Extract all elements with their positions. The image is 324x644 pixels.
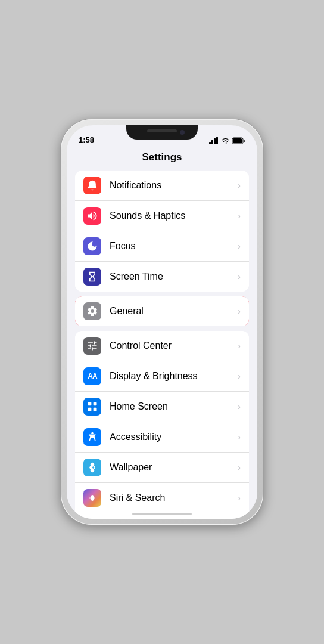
notifications-label: Notifications (110, 180, 235, 191)
speaker-icon (86, 210, 98, 222)
battery-icon (232, 137, 245, 144)
screentime-label: Screen Time (110, 271, 235, 282)
wallpaper-chevron: › (238, 463, 241, 472)
focus-chevron: › (238, 242, 241, 251)
hourglass-icon (86, 271, 98, 283)
controlcenter-chevron: › (238, 341, 241, 351)
sidebar-item-display[interactable]: AA Display & Brightness › (75, 361, 249, 392)
accessibility-icon (86, 431, 98, 443)
display-chevron: › (238, 371, 241, 381)
sidebar-item-sounds[interactable]: Sounds & Haptics › (75, 201, 249, 231)
phone-screen: 1:58 (67, 125, 257, 519)
svg-rect-9 (94, 408, 97, 411)
sounds-icon-wrap (83, 207, 101, 225)
accessibility-icon-wrap (83, 428, 101, 446)
aa-icon: AA (88, 372, 96, 380)
sidebar-item-general[interactable]: General › (75, 296, 249, 326)
svg-rect-2 (214, 138, 216, 144)
home-indicator (132, 513, 192, 515)
controlcenter-label: Control Center (110, 340, 235, 351)
screentime-icon-wrap (83, 268, 101, 286)
svg-point-10 (91, 432, 93, 434)
focus-icon-wrap (83, 237, 101, 255)
sidebar-item-notifications[interactable]: Notifications › (75, 171, 249, 201)
svg-rect-0 (209, 142, 211, 144)
speaker (147, 129, 177, 132)
notch (126, 125, 198, 140)
wifi-icon (221, 137, 230, 144)
sounds-label: Sounds & Haptics (110, 210, 235, 221)
siri-icon (86, 492, 98, 504)
general-label: General (110, 306, 235, 317)
general-chevron: › (238, 306, 241, 316)
general-icon-wrap (83, 302, 101, 320)
svg-point-12 (89, 497, 95, 500)
sidebar-item-focus[interactable]: Focus › (75, 231, 249, 262)
accessibility-chevron: › (238, 432, 241, 442)
sounds-chevron: › (238, 211, 241, 221)
status-time: 1:58 (79, 135, 94, 144)
moon-icon (86, 240, 98, 252)
settings-group-1: Notifications › Sounds & Haptics › (75, 171, 249, 292)
sliders-icon (86, 340, 98, 352)
svg-rect-3 (216, 137, 218, 144)
signal-icon (209, 137, 219, 144)
status-icons (209, 137, 245, 144)
sidebar-item-homescreen[interactable]: Home Screen › (75, 392, 249, 422)
sidebar-item-siri[interactable]: Siri & Search › (75, 483, 249, 513)
display-icon-wrap: AA (83, 367, 101, 385)
notifications-chevron: › (238, 181, 241, 190)
notifications-icon-wrap (83, 177, 101, 194)
wallpaper-label: Wallpaper (110, 462, 235, 473)
siri-chevron: › (238, 493, 241, 503)
homescreen-icon-wrap (83, 398, 101, 416)
sidebar-item-wallpaper[interactable]: Wallpaper › (75, 453, 249, 483)
phone-frame: 1:58 (61, 119, 263, 525)
sidebar-item-screentime[interactable]: Screen Time › (75, 262, 249, 292)
homescreen-chevron: › (238, 402, 241, 411)
display-label: Display & Brightness (110, 371, 235, 382)
screen-content[interactable]: Settings Notifications › (67, 147, 257, 519)
bell-icon (86, 179, 98, 191)
svg-rect-1 (211, 140, 213, 144)
siri-label: Siri & Search (110, 493, 235, 503)
accessibility-label: Accessibility (110, 432, 235, 442)
svg-rect-7 (94, 402, 97, 406)
flower-icon (86, 462, 98, 473)
controlcenter-icon-wrap (83, 337, 101, 355)
homescreen-label: Home Screen (110, 401, 235, 412)
svg-rect-6 (88, 402, 92, 406)
settings-group-3: Control Center › AA Display & Brightness… (75, 331, 249, 519)
gear-icon (86, 305, 98, 317)
front-camera (180, 130, 185, 135)
sidebar-item-controlcenter[interactable]: Control Center › (75, 331, 249, 361)
screentime-chevron: › (238, 272, 241, 281)
wallpaper-icon-wrap (83, 459, 101, 476)
siri-icon-wrap (83, 489, 101, 507)
grid-icon (86, 401, 98, 413)
settings-group-general-highlighted: General › (75, 296, 249, 326)
svg-rect-5 (233, 138, 242, 143)
sidebar-item-accessibility[interactable]: Accessibility › (75, 422, 249, 453)
page-title: Settings (67, 147, 257, 171)
focus-label: Focus (110, 241, 235, 252)
svg-rect-8 (88, 408, 92, 411)
